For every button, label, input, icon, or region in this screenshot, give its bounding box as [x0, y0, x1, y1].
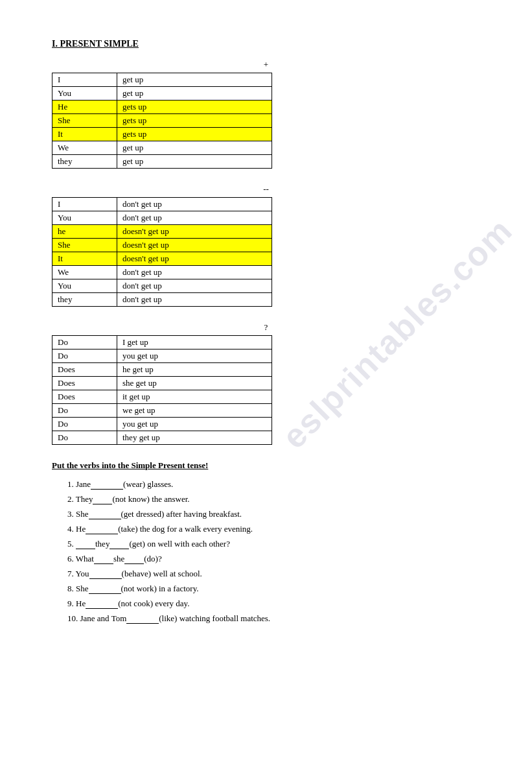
exercises-list: 1. Jane (wear) glasses.2. They (not know…	[52, 479, 480, 624]
exercise-num: 6.	[67, 554, 74, 563]
list-item: 1. Jane (wear) glasses.	[67, 479, 480, 490]
rest-cell: you get up	[117, 349, 272, 363]
table-row: Doesit get up	[52, 390, 272, 404]
list-item: 7. You (behave) well at school.	[67, 568, 480, 579]
verb-cell: gets up	[117, 114, 272, 128]
rest-cell: it get up	[117, 390, 272, 404]
auxiliary-cell: Do	[52, 404, 117, 418]
subject-cell: We	[52, 266, 117, 279]
subject-cell: he	[52, 225, 117, 239]
question-label: ?	[52, 322, 480, 333]
table-row: Itgets up	[52, 128, 272, 141]
exercise-num: 7.	[67, 569, 74, 578]
table-row: Hegets up	[52, 101, 272, 114]
subject-cell: It	[52, 252, 117, 266]
exercise-num: 8.	[67, 584, 74, 593]
verb-cell: get up	[117, 141, 272, 155]
table-row: Doesshe get up	[52, 377, 272, 390]
negative-table: Idon't get upYoudon't get uphedoesn't ge…	[52, 197, 272, 307]
list-item: 8. She (not work) in a factory.	[67, 583, 480, 594]
table-row: Weget up	[52, 141, 272, 155]
auxiliary-cell: Does	[52, 363, 117, 377]
exercises-title: Put the verbs into the Simple Present te…	[52, 460, 480, 471]
subject-cell: they	[52, 155, 117, 169]
table-row: Dothey get up	[52, 431, 272, 445]
rest-cell: we get up	[117, 404, 272, 418]
auxiliary-cell: Do	[52, 418, 117, 431]
auxiliary-cell: Does	[52, 377, 117, 390]
positive-label: +	[52, 60, 480, 70]
negative-label: --	[52, 184, 480, 195]
subject-cell: they	[52, 293, 117, 307]
list-item: 3. She (get dressed) after having breakf…	[67, 508, 480, 519]
list-item: 10. Jane and Tom (like) watching footbal…	[67, 613, 480, 624]
blank	[86, 523, 118, 534]
auxiliary-cell: Do	[52, 349, 117, 363]
verb-cell: gets up	[117, 128, 272, 141]
exercise-num: 4.	[67, 524, 74, 534]
table-row: Youget up	[52, 87, 272, 101]
exercise-num: 3.	[67, 509, 74, 519]
page: eslprintables.com I. PRESENT SIMPLE + Ig…	[0, 0, 532, 667]
subject-cell: He	[52, 101, 117, 114]
rest-cell: she get up	[117, 377, 272, 390]
verb-cell: get up	[117, 87, 272, 101]
verb-cell: don't get up	[117, 211, 272, 225]
rest-cell: you get up	[117, 418, 272, 431]
subject-cell: You	[52, 211, 117, 225]
list-item: 4. He (take) the dog for a walk every ev…	[67, 523, 480, 534]
subject-cell: I	[52, 73, 117, 87]
blank	[89, 508, 121, 519]
table-row: Doyou get up	[52, 349, 272, 363]
verb-cell: don't get up	[117, 266, 272, 279]
positive-table-section: + Iget upYouget upHegets upShegets upItg…	[52, 60, 480, 169]
table-row: theyget up	[52, 155, 272, 169]
table-row: hedoesn't get up	[52, 225, 272, 239]
negative-table-section: -- Idon't get upYoudon't get uphedoesn't…	[52, 184, 480, 307]
exercises-section: Put the verbs into the Simple Present te…	[52, 460, 480, 624]
verb-cell: don't get up	[117, 198, 272, 211]
question-table-section: ? DoI get upDoyou get upDoeshe get upDoe…	[52, 322, 480, 445]
table-row: Wedon't get up	[52, 266, 272, 279]
table-row: Youdon't get up	[52, 279, 272, 293]
verb-cell: get up	[117, 155, 272, 169]
table-row: Itdoesn't get up	[52, 252, 272, 266]
blank	[86, 598, 118, 609]
blank	[89, 568, 122, 579]
verb-cell: don't get up	[117, 293, 272, 307]
table-row: Doyou get up	[52, 418, 272, 431]
table-row: Doeshe get up	[52, 363, 272, 377]
subject-cell: You	[52, 87, 117, 101]
subject-cell: She	[52, 114, 117, 128]
positive-table: Iget upYouget upHegets upShegets upItget…	[52, 73, 272, 169]
verb-cell: doesn't get up	[117, 239, 272, 252]
subject-cell: You	[52, 279, 117, 293]
subject-cell: She	[52, 239, 117, 252]
exercise-num: 2.	[67, 494, 74, 504]
verb-cell: gets up	[117, 101, 272, 114]
blank	[93, 493, 112, 504]
verb-cell: get up	[117, 73, 272, 87]
list-item: 9. He (not cook) every day.	[67, 598, 480, 609]
table-row: Iget up	[52, 73, 272, 87]
blank	[94, 553, 113, 564]
table-row: Idon't get up	[52, 198, 272, 211]
subject-cell: I	[52, 198, 117, 211]
table-row: Shegets up	[52, 114, 272, 128]
auxiliary-cell: Do	[52, 336, 117, 349]
rest-cell: he get up	[117, 363, 272, 377]
table-row: Shedoesn't get up	[52, 239, 272, 252]
section-title: I. PRESENT SIMPLE	[52, 39, 480, 49]
exercise-num: 9.	[67, 598, 74, 608]
rest-cell: they get up	[117, 431, 272, 445]
exercise-num: 1.	[67, 479, 74, 489]
verb-cell: doesn't get up	[117, 252, 272, 266]
blank	[124, 553, 144, 564]
exercise-num: 10.	[67, 613, 78, 623]
table-row: Youdon't get up	[52, 211, 272, 225]
subject-cell: We	[52, 141, 117, 155]
table-row: DoI get up	[52, 336, 272, 349]
subject-cell: It	[52, 128, 117, 141]
list-item: 6. What she (do)?	[67, 553, 480, 564]
rest-cell: I get up	[117, 336, 272, 349]
